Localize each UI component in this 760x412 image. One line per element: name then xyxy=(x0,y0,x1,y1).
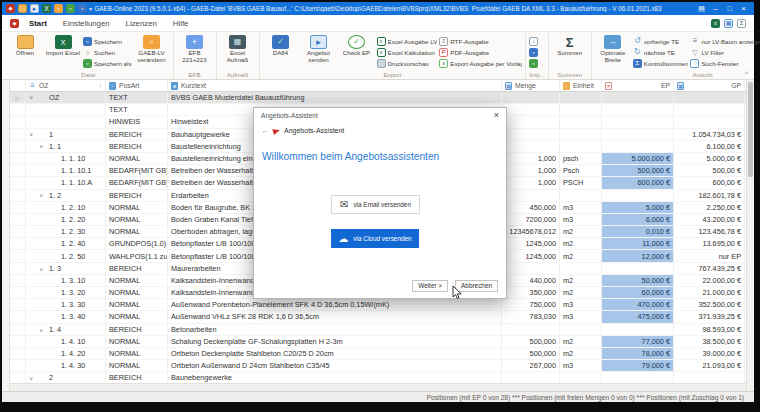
expander-caret-icon[interactable] xyxy=(29,374,37,381)
ribbon-button-speichern[interactable]: ▫Speichern xyxy=(83,36,132,46)
ep-cell[interactable]: 475,000 € xyxy=(602,311,674,322)
oz-cell: 1. 2. 50 xyxy=(26,250,106,261)
ribbon-button-vorherige-te[interactable]: ↺vorherige TE xyxy=(633,36,689,46)
back-arrow-icon[interactable] xyxy=(261,126,269,135)
save-green-icon: ▫ xyxy=(529,59,538,68)
ep-cell[interactable]: 50,000 € xyxy=(602,275,674,286)
excel-icon[interactable]: X xyxy=(42,4,51,13)
ep-cell[interactable]: 79,000 € xyxy=(602,360,674,371)
ribbon-button-efb-221-223[interactable]: +EFB 221+223 xyxy=(177,34,213,63)
ribbon-button-kontrollsummen[interactable]: ΣKontrollsummen xyxy=(633,58,689,68)
ribbon-button-such-fenster[interactable]: ○Such-Fenster xyxy=(690,58,760,68)
ribbon-button-nur-lv-baum-anzeigen[interactable]: ≡nur LV-Baum anzeigen xyxy=(690,36,760,46)
header-menge[interactable]: Menge xyxy=(502,80,560,91)
ep-cell[interactable]: 11,000 € xyxy=(602,238,674,249)
ribbon-button-öffnen[interactable]: Öffnen xyxy=(7,34,43,57)
maximize-button[interactable] xyxy=(723,3,736,15)
sort-icon[interactable] xyxy=(99,82,102,89)
expander-caret-icon[interactable] xyxy=(29,131,37,138)
ribbon-button-save[interactable]: ▫ xyxy=(529,47,540,57)
table-row[interactable]: 1. 3. 40NORMALAußenwand VHLz SFK 28 RDK … xyxy=(10,311,746,323)
ribbon-button-optimale-breite[interactable]: ↔Optimale Breite xyxy=(595,34,631,63)
ribbon-button-excel-aufmaß[interactable]: ▦Excel Aufmaß xyxy=(220,34,256,63)
ribbon-button-save-green[interactable]: ▫ xyxy=(529,58,540,68)
ep-cell[interactable]: 60,000 € xyxy=(602,287,674,298)
expander-caret-icon[interactable] xyxy=(39,192,47,199)
doc-orange-icon[interactable]: ▫ xyxy=(54,4,63,13)
expander-caret-icon[interactable] xyxy=(39,326,47,333)
left-splitter[interactable] xyxy=(2,80,10,391)
horizontal-scrollbar[interactable] xyxy=(10,383,746,391)
ribbon-button-nächste-te[interactable]: ↻nächste TE xyxy=(633,47,689,57)
ep-cell[interactable]: 5,000 € xyxy=(602,202,674,213)
ep-cell[interactable]: 0,010 € xyxy=(602,226,674,237)
app-logo-icon[interactable]: ◆ xyxy=(10,19,19,28)
header-posart[interactable]: PosArt xyxy=(106,80,168,91)
tab-einstellungen[interactable]: Einstellungen xyxy=(63,19,110,28)
minimize-button[interactable] xyxy=(709,3,722,15)
scrollbar-thumb[interactable] xyxy=(748,82,753,177)
ribbon-button-da84[interactable]: ✓DA84 xyxy=(263,34,299,57)
ep-cell[interactable]: 5.000,000 € xyxy=(602,153,674,164)
ep-cell[interactable]: 470,000 € xyxy=(602,299,674,310)
share-icon[interactable]: ▸ xyxy=(30,4,39,13)
ribbon-button-export-ausgabe-per-vorlage[interactable]: xExport Ausgabe per Vorlage xyxy=(439,58,522,68)
tab-lizenzen[interactable]: Lizenzen xyxy=(126,19,157,28)
ribbon-button-excel-kalkulation[interactable]: xExcel Kalkulation xyxy=(377,47,438,57)
einheit-cell xyxy=(560,92,602,103)
header-kurztext[interactable]: Kurztext xyxy=(168,80,502,91)
header-oz[interactable]: OZ xyxy=(26,80,106,91)
header-ep[interactable]: EP xyxy=(602,80,674,91)
ribbon-button-import-sm[interactable]: ↓ xyxy=(529,36,540,46)
table-row[interactable]: 2BEREICHBaunebengewerke xyxy=(10,372,746,383)
tab-start[interactable]: Start xyxy=(29,19,47,28)
ep-cell[interactable]: 78,000 € xyxy=(602,348,674,359)
ribbon-button-rtf-ausgabe[interactable]: ≡RTF-Ausgabe xyxy=(439,36,522,46)
collapse-ribbon-icon[interactable]: ^ xyxy=(745,70,748,77)
expander-caret-icon[interactable] xyxy=(39,143,47,150)
ribbon-button-speichern-als[interactable]: ▫Speichern als xyxy=(83,58,132,68)
ep-cell[interactable]: 500,000 € xyxy=(602,165,674,176)
ribbon-button-gaeb-lv-verändern[interactable]: ▫GAEB-LV verändern xyxy=(134,34,170,63)
table-row[interactable]: 1. 4. 30NORMALOrtbeton Außenwand D 24cm … xyxy=(10,360,746,372)
ribbon-button-check-ep[interactable]: ✓Check EP xyxy=(339,34,375,57)
ribbon-button-druckvorschau[interactable]: Druckvorschau xyxy=(377,58,438,68)
ribbon-button-excel-ausgabe-lv[interactable]: xExcel Ausgabe LV xyxy=(377,36,438,46)
ep-cell[interactable]: 600,000 € xyxy=(602,177,674,188)
row-expand-marker xyxy=(10,190,26,201)
save-icon[interactable]: ▫ xyxy=(78,4,87,13)
ribbon-button-lv-filter[interactable]: ▽LV Filter xyxy=(690,47,760,57)
ep-cell[interactable]: 12,000 € xyxy=(602,250,674,261)
help-icon[interactable] xyxy=(695,3,708,15)
ribbon-button-import-excel[interactable]: XImport Excel xyxy=(45,34,81,57)
excel-mini-icon[interactable]: x xyxy=(711,19,720,28)
menge-cell: 440,000 xyxy=(502,275,560,286)
ribbon-button-angebot-senden[interactable]: ▸Angebot senden xyxy=(301,34,337,63)
close-button[interactable] xyxy=(737,3,750,15)
app-logo-icon[interactable]: ◆ xyxy=(6,4,15,13)
send-via-cloud-button[interactable]: via Cloud versenden xyxy=(331,229,419,248)
ep-cell[interactable]: 77,000 € xyxy=(602,336,674,347)
ribbon-button-suchen[interactable]: ○Suchen xyxy=(83,47,132,57)
send-via-email-button[interactable]: via Email versenden xyxy=(331,195,420,214)
ribbon-button-pdf-ausgabe[interactable]: PPDF-Ausgabe xyxy=(439,47,522,57)
table-row[interactable]: 1. 3. 30NORMALAußenwand Porenbeton-Plane… xyxy=(10,299,746,311)
save-green-icon[interactable]: ▫ xyxy=(66,4,75,13)
folder-open-icon[interactable] xyxy=(18,4,27,13)
expander-caret-icon[interactable] xyxy=(39,265,47,272)
table-row[interactable]: OZTEXTBVBS GAEB Musterdatei Bauausführun… xyxy=(10,92,746,104)
expander-caret-icon[interactable] xyxy=(29,94,37,101)
table-row[interactable]: 1. 4BEREICHBetonarbeiten98.593,00 € xyxy=(10,324,746,336)
dialog-close-icon[interactable] xyxy=(494,111,499,120)
table-row[interactable]: 1. 4. 20NORMALOrtbeton Deckenplatte Stah… xyxy=(10,348,746,360)
table-mini-icon[interactable]: ▦ xyxy=(724,19,733,28)
ep-cell[interactable]: 6,000 € xyxy=(602,214,674,225)
tab-hilfe[interactable]: Hilfe xyxy=(173,19,189,28)
header-einheit[interactable]: Einheit xyxy=(560,80,602,91)
next-button[interactable]: Weiter > xyxy=(412,280,448,292)
sum-mini-icon[interactable]: Σ xyxy=(737,19,746,28)
vertical-scrollbar[interactable] xyxy=(746,80,754,391)
ribbon-button-summen[interactable]: ΣSummen xyxy=(552,34,588,57)
table-row[interactable]: 1. 4. 10NORMALSchalung Deckenplatte GF-S… xyxy=(10,336,746,348)
header-gp[interactable]: GP xyxy=(674,80,745,91)
